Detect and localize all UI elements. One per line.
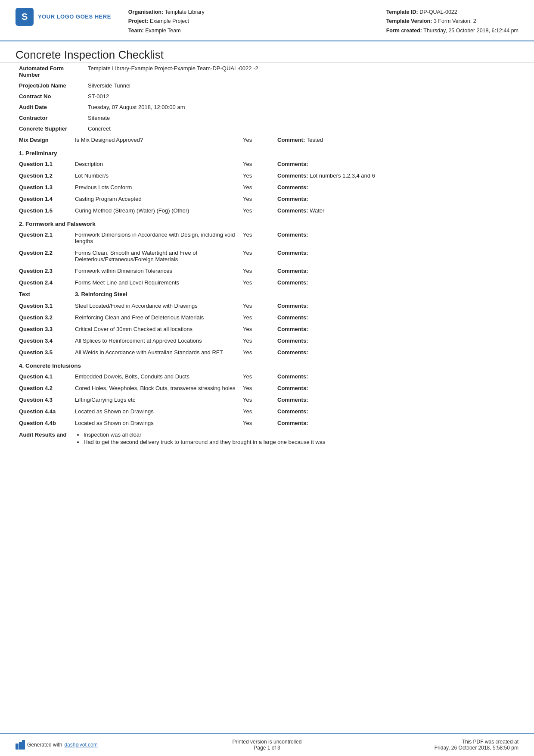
field-label: Contract No	[16, 91, 84, 102]
question-comment: Comments:	[274, 158, 518, 170]
question-row: Question 1.1 Description Yes Comments:	[16, 158, 518, 170]
question-comment: Comments: Water	[274, 205, 518, 216]
footer-center-line2: Page 1 of 3	[183, 745, 351, 751]
title-area: Concrete Inspection Checklist	[0, 41, 534, 63]
svg-rect-2	[16, 744, 19, 750]
question-desc: All Welds in Accordance with Australian …	[71, 347, 239, 358]
question-comment: Comments:	[274, 229, 518, 247]
question-row: Question 2.2 Forms Clean, Smooth and Wat…	[16, 247, 518, 265]
question-comment: Comments:	[274, 335, 518, 347]
question-comment: Comments:	[274, 312, 518, 323]
content: Automated Form Number Template Library-E…	[0, 63, 534, 733]
question-answer: Yes	[239, 312, 274, 323]
question-desc: Lifting/Carrying Lugs etc	[71, 394, 239, 406]
question-comment: Comments:	[274, 323, 518, 335]
field-label: Contractor	[16, 112, 84, 123]
logo-icon: S	[16, 8, 34, 26]
svg-text:S: S	[22, 11, 28, 22]
template-version-label: Template Version:	[386, 18, 432, 24]
question-desc: Embedded Dowels, Bolts, Conduits and Duc…	[71, 371, 239, 382]
question-comment: Comments:	[274, 265, 518, 277]
comment-label: Comments:	[277, 373, 308, 380]
field-label: Audit Date	[16, 102, 84, 112]
question-comment: Comments:	[274, 371, 518, 382]
info-row: Automated Form Number Template Library-E…	[16, 63, 518, 80]
comment-label: Comments:	[277, 397, 308, 403]
comment-label: Comments:	[277, 231, 308, 238]
audit-list: Inspection was all clearHad to get the s…	[75, 431, 515, 445]
project-value: Example Project	[150, 18, 189, 24]
question-answer: Yes	[239, 205, 274, 216]
question-comment: Comments:	[274, 247, 518, 265]
question-num: Question 3.3	[16, 323, 71, 335]
org-value: Template Library	[165, 9, 204, 15]
question-desc: Casting Program Accepted	[71, 193, 239, 205]
mix-design-comment: Comment: Tested	[274, 134, 518, 146]
question-num: Question 1.2	[16, 170, 71, 181]
footer-right-line2: Friday, 26 October 2018, 5:58:50 pm	[351, 745, 518, 751]
field-value: Sitemate	[84, 112, 518, 123]
question-num: Question 4.2	[16, 382, 71, 394]
field-value: Tuesday, 07 August 2018, 12:00:00 am	[84, 102, 518, 112]
question-comment: Comments:	[274, 382, 518, 394]
footer-center-line1: Printed version is uncontrolled	[183, 739, 351, 745]
info-row: Contract No ST-0012	[16, 91, 518, 102]
question-num: Question 1.1	[16, 158, 71, 170]
form-version-value: 2	[473, 18, 476, 24]
question-num: Question 2.4	[16, 277, 71, 288]
questions-table: Question 2.1 Formwork Dimensions in Acco…	[16, 229, 518, 288]
comment-label: Comments:	[277, 385, 308, 391]
field-value: Silverside Tunnel	[84, 80, 518, 91]
mix-design-label: Mix Design	[16, 134, 71, 146]
question-desc: Located as Shown on Drawings	[71, 406, 239, 417]
question-desc: Cored Holes, Weepholes, Block Outs, tran…	[71, 382, 239, 394]
question-num: Question 4.1	[16, 371, 71, 382]
comment-label: Comments:	[277, 172, 308, 179]
question-num: Question 2.1	[16, 229, 71, 247]
page: S YOUR LOGO GOES HERE Organisation: Temp…	[0, 0, 534, 756]
question-row: Question 2.1 Formwork Dimensions in Acco…	[16, 229, 518, 247]
footer-link[interactable]: dashpivot.com	[64, 742, 97, 748]
question-num: Question 4.4b	[16, 417, 71, 429]
question-row: Question 4.4a Located as Shown on Drawin…	[16, 406, 518, 417]
section-header: 1. Preliminary	[16, 146, 518, 158]
comment-label: Comments:	[277, 420, 308, 426]
question-desc: Located as Shown on Drawings	[71, 417, 239, 429]
question-answer: Yes	[239, 417, 274, 429]
comment-label: Comments:	[277, 268, 308, 274]
question-answer: Yes	[239, 158, 274, 170]
section-header: 4. Concrete Inclusions	[16, 358, 518, 371]
template-id-value: DP-QUAL-0022	[419, 9, 457, 15]
form-created-row: Form created: Thursday, 25 October 2018,…	[386, 26, 518, 35]
question-comment: Comments:	[274, 406, 518, 417]
question-comment: Comments: Lot numbers 1,2,3,4 and 6	[274, 170, 518, 181]
text-section-table: Text 3. Reinforcing Steel	[16, 288, 518, 300]
question-answer: Yes	[239, 247, 274, 265]
audit-list-item: Had to get the second delivery truck to …	[84, 439, 515, 445]
comment-label: Comments:	[277, 207, 308, 214]
question-comment: Comments:	[274, 181, 518, 193]
question-desc: Reinforcing Clean and Free of Deleteriou…	[71, 312, 239, 323]
question-num: Question 3.5	[16, 347, 71, 358]
form-version-label: Form Version:	[438, 18, 472, 24]
question-desc: All Splices to Reinforcement at Approved…	[71, 335, 239, 347]
field-label: Automated Form Number	[16, 63, 84, 80]
question-answer: Yes	[239, 335, 274, 347]
question-answer: Yes	[239, 277, 274, 288]
footer-right-line1: This PDF was created at	[351, 739, 518, 745]
question-desc: Description	[71, 158, 239, 170]
info-row: Concrete Supplier Concreet	[16, 123, 518, 134]
template-version-value: 3	[434, 18, 438, 24]
question-num: Question 2.2	[16, 247, 71, 265]
question-comment: Comments:	[274, 193, 518, 205]
question-answer: Yes	[239, 193, 274, 205]
mix-design-comment-value: Tested	[307, 137, 323, 143]
question-row: Question 3.4 All Splices to Reinforcemen…	[16, 335, 518, 347]
svg-rect-4	[22, 740, 25, 750]
question-desc: Critical Cover of 30mm Checked at all lo…	[71, 323, 239, 335]
question-row: Question 1.5 Curing Method (Stream) (Wat…	[16, 205, 518, 216]
question-row: Question 3.3 Critical Cover of 30mm Chec…	[16, 323, 518, 335]
question-desc: Lot Number/s	[71, 170, 239, 181]
team-row: Team: Example Team	[128, 26, 386, 35]
question-row: Question 4.2 Cored Holes, Weepholes, Blo…	[16, 382, 518, 394]
